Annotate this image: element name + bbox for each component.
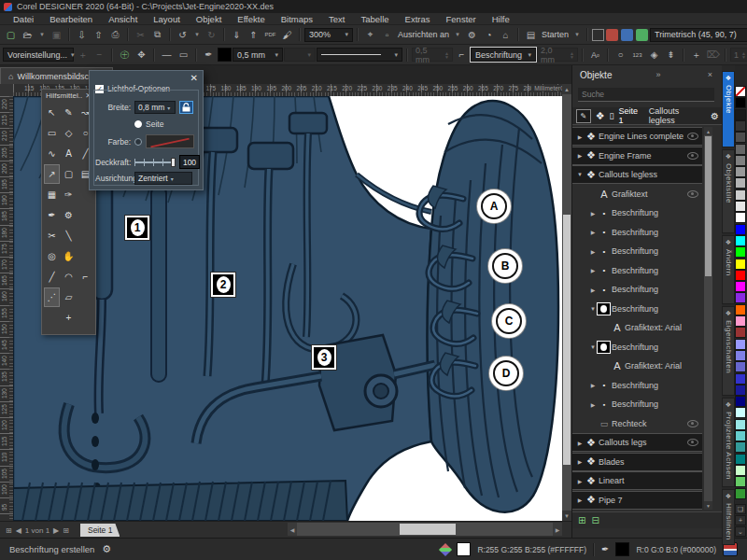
cut-button[interactable]: ✂: [133, 27, 148, 43]
square-callout-1[interactable]: 1: [125, 216, 149, 240]
expand-arrow-icon[interactable]: ▶: [589, 401, 597, 408]
iso-view-icon-red[interactable]: ​: [606, 29, 618, 41]
arc-tool-icon[interactable]: ◠: [61, 267, 77, 287]
new-layer-icon[interactable]: ⊞: [578, 515, 585, 525]
menu-item-extras[interactable]: Extras: [405, 14, 430, 24]
snap-to-label[interactable]: Ausrichten an: [396, 30, 451, 39]
palette-swatch-339999[interactable]: [735, 441, 746, 453]
publish-button[interactable]: ⇑: [246, 27, 261, 43]
brush-button[interactable]: 🖌: [279, 27, 295, 43]
table-tool-icon[interactable]: ▦: [44, 185, 60, 204]
artboard-tool-icon[interactable]: ▢: [61, 164, 77, 184]
polygon-tool-icon[interactable]: ◇: [61, 123, 77, 143]
pen-tool-icon[interactable]: ✒: [44, 205, 60, 225]
axis-toggle-icon[interactable]: ✥: [134, 47, 149, 63]
menu-item-datei[interactable]: Datei: [13, 14, 34, 24]
expand-arrow-icon[interactable]: ▶: [589, 248, 597, 255]
launch-icon[interactable]: ◔: [481, 27, 497, 43]
no-color-swatch[interactable]: [735, 86, 746, 97]
expand-arrow-icon[interactable]: ▶: [576, 152, 584, 159]
palette-swatch-008080[interactable]: [735, 454, 746, 465]
menu-item-fenster[interactable]: Fenster: [446, 14, 476, 24]
alignment-combo[interactable]: Zentriert▾: [134, 172, 192, 185]
callout-style-combo[interactable]: Beschriftung▾: [471, 48, 536, 62]
color-radio[interactable]: [134, 138, 142, 146]
docker-tab--ndern[interactable]: ❖Ändern: [722, 235, 735, 304]
object-row-engine-frame[interactable]: ▶❖Engine Frame: [572, 147, 702, 165]
gap-spinner[interactable]: 2,0 mm▲▼: [537, 48, 578, 62]
visibility-eye-icon[interactable]: [687, 152, 698, 160]
object-row-beschriftung[interactable]: ▼Beschriftung: [572, 300, 702, 318]
menu-item-objekt[interactable]: Objekt: [196, 14, 221, 24]
pick-settings-icon[interactable]: ⌖: [362, 27, 378, 43]
open-button[interactable]: 🗁: [20, 27, 35, 43]
line-style-plain-button[interactable]: —: [159, 47, 175, 63]
object-row-engine-lines-complete[interactable]: ▶❖Engine Lines complete: [572, 127, 702, 146]
palette-swatch-4d4d4d[interactable]: [735, 132, 746, 143]
vertical-scroll-thumb[interactable]: [563, 215, 571, 465]
object-row-rechteck[interactable]: ▭Rechteck: [572, 414, 702, 433]
add-page-start-icon[interactable]: ⊞: [6, 526, 12, 535]
object-row-callouts-legless[interactable]: ▼❖Callouts legless: [572, 165, 702, 184]
welcome-home-icon[interactable]: ⌂: [498, 27, 514, 43]
toolbox-title-bar[interactable]: Hilfsmittel.. ✕: [42, 90, 95, 102]
search-content-button[interactable]: ⇓: [229, 27, 245, 43]
menu-item-hilfe[interactable]: Hilfe: [492, 14, 510, 24]
scroll-down-icon[interactable]: ▼: [562, 511, 571, 521]
circle-callout-B[interactable]: B: [492, 253, 518, 279]
undo-button[interactable]: ↺: [175, 27, 190, 43]
expand-arrow-icon[interactable]: ▶: [589, 287, 597, 293]
text-reference-icon[interactable]: Ao: [587, 47, 603, 63]
opacity-slider[interactable]: [134, 158, 176, 167]
collapse-arrow-icon[interactable]: ▼: [589, 344, 597, 350]
add-leader-button[interactable]: ＋: [688, 47, 704, 63]
snap-frame-icon[interactable]: ▫: [379, 27, 395, 43]
palette-swatch-808080[interactable]: [735, 155, 746, 166]
palette-swatch-99e6e6[interactable]: [735, 419, 746, 430]
status-gear-icon[interactable]: ⚙: [102, 543, 111, 555]
menu-item-bitmaps[interactable]: Bitmaps: [281, 14, 313, 24]
palette-swatch-cccccc[interactable]: [735, 189, 746, 201]
vertical-ruler[interactable]: 2202152102052001951901851801751701651601…: [0, 96, 14, 521]
expand-arrow-icon[interactable]: ▶: [589, 210, 597, 217]
menu-item-bearbeiten[interactable]: Bearbeiten: [49, 14, 92, 24]
vertical-scrollbar[interactable]: ▲ ▼: [562, 84, 571, 521]
circle-callout-A[interactable]: A: [481, 193, 507, 219]
menu-item-layout[interactable]: Layout: [153, 14, 180, 24]
palette-swatch-8080e6[interactable]: [735, 350, 746, 361]
expand-arrow-icon[interactable]: ▶: [576, 133, 584, 140]
dialog-close-icon[interactable]: ✕: [190, 73, 198, 83]
pan-tool-icon[interactable]: ✋: [61, 246, 77, 266]
edit-across-layers-icon[interactable]: ✎: [576, 109, 591, 123]
tree-scroll-down-icon[interactable]: ▼: [704, 501, 712, 510]
horizontal-scrollbar[interactable]: ◀ ▶: [288, 523, 562, 536]
sticky-callout-icon[interactable]: ◈: [646, 47, 662, 63]
expand-arrow-icon[interactable]: ▶: [576, 440, 584, 446]
more-tools-icon[interactable]: +: [61, 308, 77, 328]
page-tab-seite-1[interactable]: Seite 1: [80, 524, 120, 537]
palette-swatch-00ff00[interactable]: [735, 246, 746, 258]
palette-swatch-3333cc[interactable]: [735, 373, 746, 385]
menu-item-tabelle[interactable]: Tabelle: [360, 14, 388, 24]
docker-tab-eigenschaften[interactable]: ❖Eigenschaften: [722, 306, 735, 396]
visibility-eye-icon[interactable]: [687, 190, 698, 198]
menu-item-ansicht[interactable]: Ansicht: [108, 14, 137, 24]
palette-swatch-ccffff[interactable]: [735, 407, 746, 418]
copy-button[interactable]: ⧉: [149, 27, 165, 43]
object-row-beschriftung[interactable]: ▶•Beschriftung: [572, 223, 702, 242]
palette-options-icon[interactable]: ❏: [735, 504, 746, 514]
expand-arrow-icon[interactable]: ▶: [589, 229, 597, 235]
halo-shape-icon[interactable]: ○: [613, 47, 628, 63]
shape-tool-icon[interactable]: ✎: [61, 103, 77, 122]
visibility-eye-icon[interactable]: [687, 133, 698, 140]
curve-tool-icon[interactable]: ∿: [44, 144, 60, 163]
callout-tool-icon[interactable]: ⋰: [44, 287, 60, 307]
outline-width-combo[interactable]: 0,5 mm▾: [233, 48, 283, 62]
expand-arrow-icon[interactable]: ▶: [589, 382, 597, 388]
open-caret[interactable]: ▾: [36, 27, 48, 43]
object-row-beschriftung[interactable]: ▶•Beschriftung: [572, 376, 702, 395]
export-button[interactable]: ⇧: [91, 27, 106, 43]
object-row-beschriftung[interactable]: ▼Beschriftung: [572, 338, 702, 357]
tree-scroll-up-icon[interactable]: ▲: [704, 127, 712, 135]
horizontal-scroll-thumb[interactable]: [400, 524, 456, 535]
